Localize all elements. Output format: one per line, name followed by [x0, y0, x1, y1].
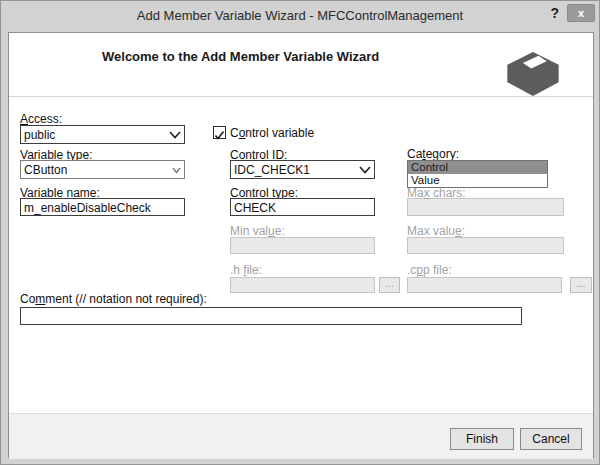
- wizard-dialog: Add Member Variable Wizard - MFCControlM…: [0, 0, 600, 465]
- help-button[interactable]: ?: [550, 5, 559, 21]
- max-chars-input: [407, 198, 564, 216]
- welcome-title: Welcome to the Add Member Variable Wizar…: [102, 49, 379, 64]
- window-title: Add Member Variable Wizard - MFCControlM…: [1, 8, 599, 23]
- control-type-input[interactable]: [230, 198, 375, 216]
- variable-type-combobox[interactable]: CButton: [20, 160, 185, 179]
- category-option-control[interactable]: Control: [408, 161, 547, 174]
- max-chars-label: Max chars:: [407, 186, 466, 200]
- h-file-browse-button: ...: [379, 277, 400, 293]
- control-id-combobox[interactable]: IDC_CHECK1: [230, 160, 375, 179]
- cpp-file-label: .cpp file:: [407, 263, 452, 277]
- max-value-input: [407, 237, 564, 254]
- checkmark-icon: [214, 127, 225, 144]
- max-value-label: Max value:: [407, 224, 465, 238]
- cpp-file-browse-button: ...: [570, 277, 592, 293]
- cpp-file-input: [407, 277, 562, 293]
- comment-label: Comment (// notation not required):: [20, 292, 207, 306]
- h-file-input: [230, 277, 375, 293]
- cancel-button[interactable]: Cancel: [520, 428, 582, 450]
- variable-type-value: CButton: [24, 163, 67, 177]
- dialog-panel: Welcome to the Add Member Variable Wizar…: [8, 32, 594, 458]
- category-option-value[interactable]: Value: [408, 174, 547, 187]
- category-label: Category:: [407, 147, 459, 161]
- titlebar: Add Member Variable Wizard - MFCControlM…: [1, 1, 599, 32]
- finish-button[interactable]: Finish: [450, 428, 514, 450]
- chevron-down-icon: [359, 163, 371, 177]
- wizard-header: Welcome to the Add Member Variable Wizar…: [9, 33, 593, 97]
- chevron-down-icon: [172, 163, 181, 177]
- control-variable-label: Control variable: [230, 126, 314, 140]
- control-id-value: IDC_CHECK1: [234, 163, 310, 177]
- access-combobox[interactable]: public: [20, 125, 185, 144]
- min-value-label: Min value:: [230, 224, 285, 238]
- close-button[interactable]: x: [567, 4, 595, 22]
- variable-name-input[interactable]: [20, 198, 185, 216]
- h-file-label: .h file:: [230, 263, 262, 277]
- category-dropdown-list: Control Value: [407, 160, 548, 188]
- access-label: Access:: [20, 112, 62, 126]
- component-box-icon: [505, 52, 561, 100]
- comment-input[interactable]: [20, 307, 522, 325]
- access-value: public: [24, 128, 55, 142]
- min-value-input: [230, 237, 375, 254]
- chevron-down-icon: [169, 128, 181, 142]
- control-variable-checkbox[interactable]: [213, 126, 226, 139]
- dialog-footer: Finish Cancel: [9, 413, 593, 459]
